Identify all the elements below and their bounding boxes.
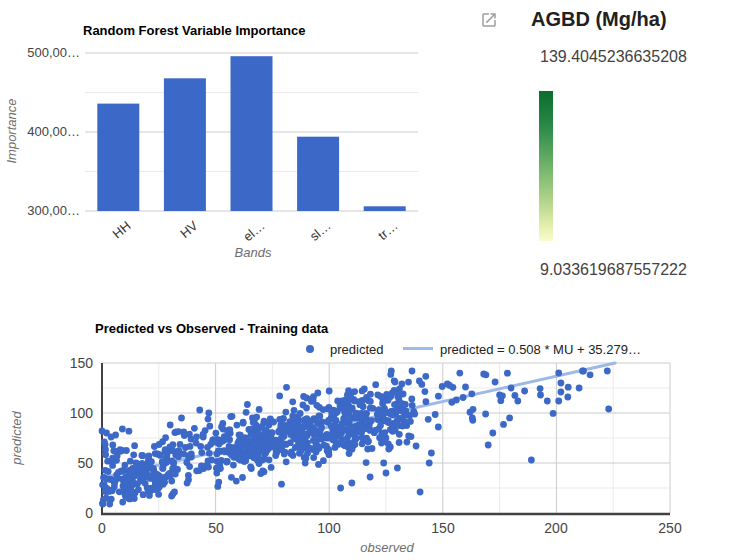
- bar-y-axis-title: Importance: [4, 89, 19, 173]
- scatter-x-tick-label: 100: [309, 520, 349, 536]
- map-legend-max-value: 139.4045236635208: [540, 48, 687, 66]
- bars-group: [97, 56, 405, 211]
- bar-x-axis-title: Bands: [233, 245, 273, 260]
- console-charts-page: Random Forest Variable Importance Import…: [0, 0, 746, 560]
- scatter-chart-panel: Predicted vs Observed - Training data pr…: [0, 300, 746, 560]
- map-legend-title: AGBD (Mg/ha): [531, 8, 667, 31]
- scatter-y-tick-label: 50: [47, 455, 93, 471]
- scatter-x-axis-title: observed: [347, 540, 427, 555]
- bar-x-tick-label: el…: [240, 218, 267, 244]
- map-legend-panel: AGBD (Mg/ha) 139.4045236635208 9.0336196…: [460, 0, 746, 300]
- bar-x-tick-label: sl…: [307, 218, 334, 244]
- scatter-y-tick-label: 150: [47, 355, 93, 371]
- open-in-new-icon[interactable]: [480, 11, 498, 29]
- scatter-x-tick-label: 150: [423, 520, 463, 536]
- bar-y-tick-label: 500,00…: [18, 45, 80, 60]
- map-legend-gradient-bar: [539, 91, 553, 241]
- scatter-y-tick-label: 100: [47, 405, 93, 421]
- scatter-x-tick-label: 50: [196, 520, 236, 536]
- bar-chart-title: Random Forest Variable Importance: [83, 23, 306, 38]
- map-legend-min-value: 9.033619687557222: [540, 261, 687, 279]
- bar-x-tick-label: HV: [177, 218, 200, 241]
- bar-y-tick-label: 300,00…: [18, 203, 80, 218]
- bar-x-tick-label: tr…: [375, 218, 401, 243]
- bar-chart-panel: Random Forest Variable Importance Import…: [0, 0, 460, 300]
- scatter-x-tick-label: 250: [650, 520, 690, 536]
- scatter-x-tick-label: 200: [536, 520, 576, 536]
- scatter-y-tick-label: 0: [47, 505, 93, 521]
- bar-y-tick-label: 400,00…: [18, 124, 80, 139]
- bar-chart-plot[interactable]: [85, 45, 420, 215]
- bar-x-tick-label: HH: [110, 218, 134, 242]
- scatter-x-tick-label: 0: [82, 520, 122, 536]
